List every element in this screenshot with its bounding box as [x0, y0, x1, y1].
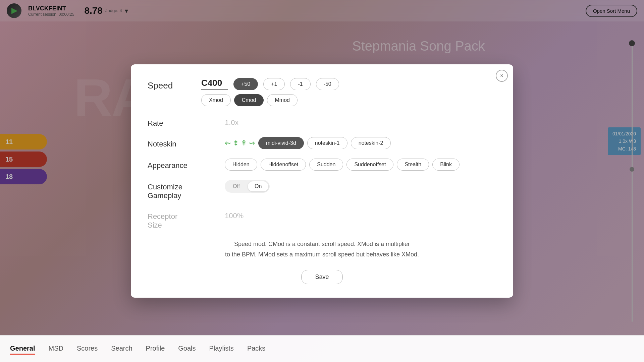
nav-search[interactable]: Search: [111, 343, 132, 355]
speed-label: Speed: [148, 78, 188, 91]
hiddenoffset-button[interactable]: Hiddenoffset: [261, 159, 306, 171]
stealth-button[interactable]: Stealth: [397, 159, 429, 171]
customize-toggle: Off On: [225, 180, 270, 193]
modal-close-button[interactable]: ×: [496, 70, 508, 82]
nav-packs[interactable]: Packs: [247, 343, 265, 355]
arrow-down-icon: ⇟: [233, 139, 239, 147]
rate-row: Rate 1.0x: [148, 116, 496, 128]
mmod-button[interactable]: Mmod: [267, 94, 297, 106]
appearance-label: Appearance: [148, 159, 215, 170]
speed-mod-buttons: Xmod Cmod Mmod: [201, 94, 339, 106]
appearance-row: Appearance Hidden Hiddenoffset Sudden Su…: [148, 159, 496, 171]
hidden-button[interactable]: Hidden: [225, 159, 257, 171]
blink-button[interactable]: Blink: [432, 159, 460, 171]
speed-section: Speed C400 +50 +1 -1 -50 Xmod Cmod Mmod: [148, 78, 496, 106]
nav-msd[interactable]: MSD: [48, 343, 63, 355]
noteskin-2-button[interactable]: noteskin-2: [351, 137, 391, 149]
nav-general[interactable]: General: [10, 343, 35, 355]
cmod-button[interactable]: Cmod: [234, 94, 264, 106]
suddenoffset-button[interactable]: Suddenoffset: [346, 159, 393, 171]
bottom-nav: General MSD Scores Search Profile Goals …: [0, 335, 644, 362]
noteskin-1-button[interactable]: noteskin-1: [307, 137, 347, 149]
noteskin-controls: ⇜ ⇟ ⇞ ⇝ midi-vivid-3d noteskin-1 noteski…: [225, 137, 391, 149]
settings-modal: × Speed C400 +50 +1 -1 -50 Xmod Cmod Mmo…: [131, 64, 513, 297]
minus50-button[interactable]: -50: [316, 78, 339, 90]
customize-off-option[interactable]: Off: [226, 181, 247, 191]
noteskin-label: Noteskin: [148, 137, 215, 148]
save-button[interactable]: Save: [301, 270, 342, 284]
rate-label: Rate: [148, 116, 215, 128]
receptor-value: 100%: [225, 209, 244, 220]
speed-controls: C400 +50 +1 -1 -50 Xmod Cmod Mmod: [201, 78, 339, 106]
customize-on-option[interactable]: On: [248, 181, 268, 191]
nav-playlists[interactable]: Playlists: [209, 343, 234, 355]
modal-overlay: × Speed C400 +50 +1 -1 -50 Xmod Cmod Mmo…: [0, 0, 644, 362]
arrow-up-icon: ⇞: [241, 139, 247, 147]
speed-description: Speed mod. CMod is a constant scroll spe…: [148, 239, 496, 259]
speed-value: C400: [201, 78, 228, 90]
arrow-right-icon: ⇝: [249, 139, 255, 147]
nav-profile[interactable]: Profile: [146, 343, 165, 355]
noteskin-preview: ⇜ ⇟ ⇞ ⇝: [225, 139, 255, 147]
rate-value: 1.0x: [225, 116, 239, 127]
plus50-button[interactable]: +50: [233, 78, 258, 90]
noteskin-midi-button[interactable]: midi-vivid-3d: [258, 137, 304, 149]
customize-gameplay-label: CustomizeGameplay: [148, 180, 215, 200]
noteskin-row: Noteskin ⇜ ⇟ ⇞ ⇝ midi-vivid-3d noteskin-…: [148, 137, 496, 149]
receptor-size-label: ReceptorSize: [148, 209, 215, 230]
minus1-button[interactable]: -1: [290, 78, 310, 90]
nav-goals[interactable]: Goals: [178, 343, 196, 355]
receptor-size-row: ReceptorSize 100%: [148, 209, 496, 230]
customize-gameplay-row: CustomizeGameplay Off On: [148, 180, 496, 200]
sudden-button[interactable]: Sudden: [309, 159, 343, 171]
arrow-left-icon: ⇜: [225, 139, 231, 147]
plus1-button[interactable]: +1: [263, 78, 285, 90]
nav-scores[interactable]: Scores: [77, 343, 98, 355]
xmod-button[interactable]: Xmod: [201, 94, 231, 106]
appearance-options: Hidden Hiddenoffset Sudden Suddenoffset …: [225, 159, 460, 171]
